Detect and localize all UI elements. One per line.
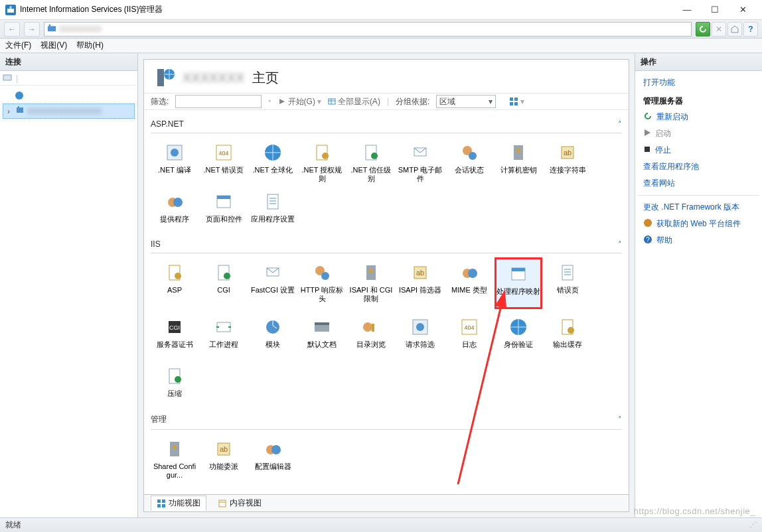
view-mode-button[interactable]: ▾ [509, 97, 524, 106]
action-view-app-pools[interactable]: 查看应用程序池 [638, 159, 759, 174]
svg-point-67 [568, 327, 574, 334]
group-by-label: 分组依据: [396, 96, 429, 107]
feature-icon [163, 141, 187, 165]
home-nav-button[interactable] [727, 22, 742, 36]
svg-point-22 [322, 153, 329, 159]
nav-forward-button[interactable]: → [24, 22, 40, 36]
svg-rect-60 [372, 324, 374, 332]
address-bar[interactable]: XXXXXXXX [44, 22, 692, 36]
action-change-framework[interactable]: 更改 .NET Framework 版本 [638, 200, 759, 215]
feature-item[interactable]: 身份验证 [495, 312, 542, 358]
action-view-sites[interactable]: 查看网站 [638, 176, 759, 191]
feature-item[interactable]: ISAPI 和 CGI 限制 [347, 257, 395, 309]
filter-combo[interactable] [175, 95, 262, 108]
action-start[interactable]: 启动 [638, 126, 759, 141]
feature-label: 日志 [462, 340, 477, 349]
feature-item[interactable]: abISAPI 筛选器 [396, 257, 444, 309]
menu-help[interactable]: 帮助(H) [76, 40, 104, 51]
feature-item[interactable]: .NET 全球化 [249, 137, 297, 184]
feature-icon [556, 261, 579, 285]
nav-back-button[interactable]: ← [4, 22, 20, 36]
feature-item[interactable]: 默认文档 [298, 312, 346, 358]
action-stop[interactable]: 停止 [638, 143, 759, 158]
start-filter-button[interactable]: 开始(G) ▾ [278, 96, 321, 107]
group-head-mgmt[interactable]: 管理 ˄ [151, 411, 622, 430]
svg-rect-14 [510, 102, 513, 105]
feature-item[interactable]: 目录浏览 [347, 312, 395, 358]
feature-item[interactable]: ab连接字符串 [544, 137, 591, 184]
feature-label: 会话状态 [455, 166, 484, 174]
menu-view[interactable]: 视图(V) [40, 40, 67, 51]
feature-item[interactable]: .NET 编译 [151, 137, 198, 184]
feature-item[interactable]: 压缩 [151, 361, 198, 407]
action-restart[interactable]: 重新启动 [638, 109, 759, 125]
feature-item[interactable]: 404.NET 错误页 [200, 137, 248, 184]
refresh-button[interactable] [696, 22, 710, 36]
tab-features-view[interactable]: 功能视图 [151, 496, 206, 511]
filter-label: 筛选: [151, 96, 169, 107]
chevron-right-icon[interactable]: › [5, 107, 13, 116]
show-all-button[interactable]: 全部显示(A) [328, 96, 380, 107]
help-nav-button[interactable]: ? [743, 22, 758, 36]
feature-item[interactable]: 404日志 [445, 312, 493, 358]
feature-item[interactable]: 请求筛选 [396, 312, 444, 358]
feature-item[interactable]: 错误页 [544, 257, 591, 309]
group-head-aspnet[interactable]: ASP.NET ˄ [151, 117, 622, 133]
feature-item[interactable]: 模块 [249, 312, 297, 358]
maximize-button[interactable]: ☐ [701, 1, 729, 19]
feature-item[interactable]: 提供程序 [151, 186, 198, 233]
feature-item[interactable]: 处理程序映射 [495, 257, 542, 309]
svg-point-49 [468, 269, 477, 278]
restart-icon [643, 111, 652, 123]
minimize-button[interactable]: — [673, 1, 701, 19]
svg-point-69 [175, 376, 181, 383]
server-label: XXXXXXXXXXXXXX [27, 107, 102, 116]
page-title: XXXXXXX 主页 [183, 69, 279, 87]
feature-item[interactable]: SMTP 电子邮件 [396, 137, 444, 184]
action-get-wpi[interactable]: 获取新的 Web 平台组件 [638, 216, 759, 232]
svg-rect-5 [3, 75, 11, 80]
feature-item[interactable]: .NET 信任级别 [347, 137, 395, 184]
tree-server-node[interactable]: › XXXXXXXXXXXXXX [3, 103, 135, 119]
feature-item[interactable]: CGI服务器证书 [151, 312, 198, 358]
action-help[interactable]: ? 帮助 [638, 233, 759, 248]
feature-item[interactable]: 计算机密钥 [495, 137, 542, 184]
feature-item[interactable]: 输出缓存 [544, 312, 591, 358]
action-open-feature[interactable]: 打开功能 [638, 75, 759, 90]
feature-label: Shared Configur... [151, 462, 198, 479]
group-head-iis[interactable]: IIS ˄ [151, 237, 622, 253]
close-button[interactable]: ✕ [729, 1, 757, 19]
feature-item[interactable]: 会话状态 [445, 137, 493, 184]
collapse-icon[interactable]: ˄ [618, 415, 622, 424]
feature-item[interactable]: 页面和控件 [200, 186, 248, 233]
feature-item[interactable]: 工作进程 [200, 312, 248, 358]
feature-item[interactable]: HTTP 响应标头 [298, 257, 346, 309]
feature-icon [359, 315, 383, 339]
group-by-combo[interactable]: 区域▾ [436, 95, 496, 108]
feature-item[interactable]: FastCGI 设置 [249, 257, 297, 309]
collapse-icon[interactable]: ˄ [618, 120, 622, 129]
feature-item[interactable]: Shared Configur... [151, 434, 198, 480]
feature-item[interactable]: 应用程序设置 [249, 186, 297, 233]
feature-item[interactable]: MIME 类型 [445, 257, 493, 309]
feature-item[interactable]: ab功能委派 [200, 434, 248, 480]
feature-item[interactable]: CGI [200, 257, 248, 309]
feature-item[interactable]: 配置编辑器 [249, 434, 297, 480]
conn-icon [3, 72, 12, 84]
feature-item[interactable]: ASP [151, 257, 198, 309]
stop-nav-button[interactable]: ✕ [712, 22, 726, 36]
collapse-icon[interactable]: ˄ [618, 240, 622, 249]
feature-label: FastCGI 设置 [251, 286, 295, 295]
svg-text:CGI: CGI [169, 324, 180, 331]
menu-file[interactable]: 文件(F) [5, 40, 31, 51]
feature-scroll[interactable]: ASP.NET ˄ .NET 编译404.NET 错误页.NET 全球化.NET… [144, 110, 629, 494]
feature-item[interactable]: .NET 授权规则 [298, 137, 346, 184]
svg-rect-7 [17, 107, 23, 113]
tree-start-page[interactable]: 起始页 [3, 90, 135, 103]
tab-content-view[interactable]: 内容视图 [212, 496, 267, 511]
feature-label: 功能委派 [209, 462, 238, 471]
start-page-icon [15, 91, 24, 102]
feature-label: .NET 信任级别 [348, 166, 394, 182]
feature-icon [261, 261, 285, 285]
feature-label: 模块 [266, 340, 280, 349]
